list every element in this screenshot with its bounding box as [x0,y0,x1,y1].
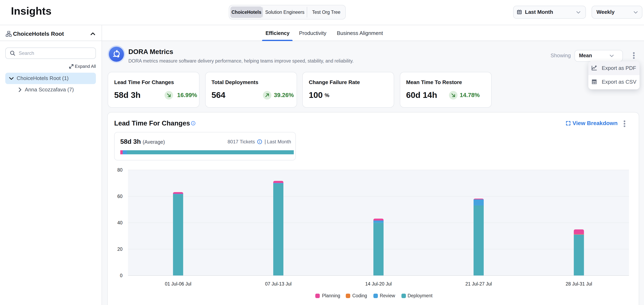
svg-text:40: 40 [117,220,122,225]
svg-text:80: 80 [117,167,122,173]
svg-text:20: 20 [117,247,122,252]
svg-text:07 Jul-13 Jul: 07 Jul-13 Jul [265,281,292,287]
svg-text:28 Jul-31 Jul: 28 Jul-31 Jul [566,281,592,287]
svg-text:21 Jul-27 Jul: 21 Jul-27 Jul [466,281,492,287]
svg-text:0: 0 [120,273,122,278]
svg-text:01 Jul-06 Jul: 01 Jul-06 Jul [165,281,191,287]
svg-text:14 Jul-20 Jul: 14 Jul-20 Jul [365,281,392,287]
svg-text:60: 60 [117,194,122,199]
